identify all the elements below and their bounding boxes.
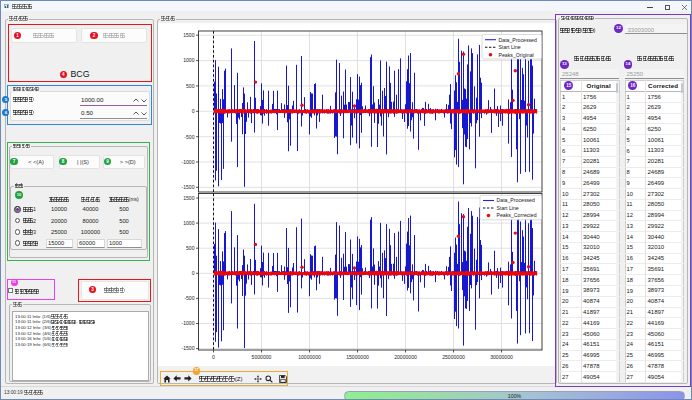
svg-text:-1500: -1500 bbox=[181, 345, 194, 351]
svg-text:1000: 1000 bbox=[183, 57, 194, 63]
svg-text:-500: -500 bbox=[184, 133, 194, 139]
svg-text:0: 0 bbox=[192, 270, 195, 276]
svg-text:1500: 1500 bbox=[183, 32, 194, 38]
svg-text:0: 0 bbox=[192, 108, 195, 114]
svg-text:10000000: 10000000 bbox=[298, 354, 321, 360]
svg-text:Data_Processed: Data_Processed bbox=[499, 36, 537, 42]
svg-text:15000000: 15000000 bbox=[346, 354, 369, 360]
svg-text:-1500: -1500 bbox=[181, 184, 194, 190]
svg-text:Peaks_Corrected: Peaks_Corrected bbox=[497, 212, 537, 218]
svg-text:Data_Processed: Data_Processed bbox=[497, 197, 535, 203]
svg-text:20000000: 20000000 bbox=[394, 354, 417, 360]
svg-text:30000000: 30000000 bbox=[490, 354, 513, 360]
svg-text:500: 500 bbox=[186, 82, 195, 88]
svg-text:5000000: 5000000 bbox=[252, 354, 272, 360]
svg-text:Peaks_Original: Peaks_Original bbox=[499, 51, 534, 57]
svg-text:25000000: 25000000 bbox=[442, 354, 465, 360]
svg-text:Start Line: Start Line bbox=[497, 204, 519, 210]
svg-text:-1000: -1000 bbox=[181, 320, 194, 326]
svg-text:-1000: -1000 bbox=[181, 158, 194, 164]
svg-text:1000: 1000 bbox=[183, 219, 194, 225]
svg-text:1500: 1500 bbox=[183, 194, 194, 200]
svg-text:0: 0 bbox=[212, 354, 215, 360]
svg-text:Start Line: Start Line bbox=[499, 44, 521, 50]
svg-text:500: 500 bbox=[186, 245, 195, 251]
svg-text:-500: -500 bbox=[184, 295, 194, 301]
